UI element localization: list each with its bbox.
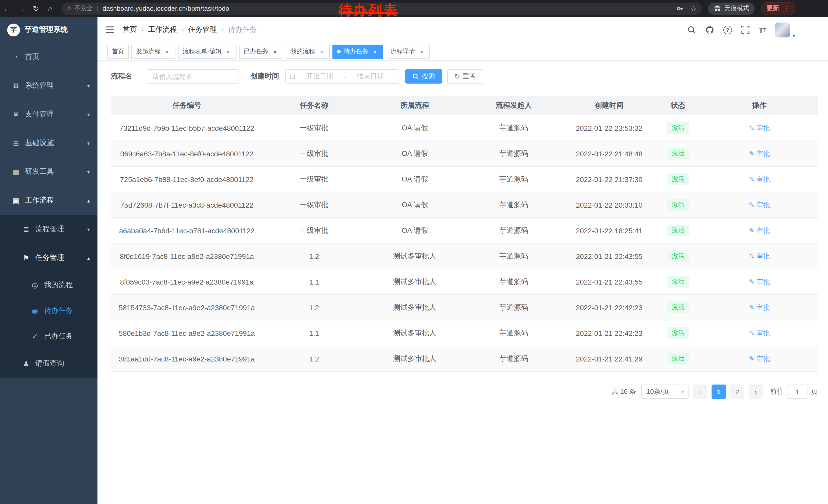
cell-starter: 芋道源码	[464, 243, 563, 269]
col-process: 所属流程	[365, 96, 464, 115]
prev-page-button[interactable]: ‹	[693, 384, 707, 399]
sidebar-item-infrastructure[interactable]: ⊞ 基础设施 ▾	[0, 129, 97, 157]
sidebar-item-devtools[interactable]: ▦ 研发工具 ▾	[0, 157, 97, 186]
menu-dots-icon[interactable]: ⋮	[783, 5, 790, 12]
goto-page-input[interactable]	[787, 384, 808, 399]
cell-task-id: 580e1b3d-7ac8-11ec-a9e2-a2380e71991a	[111, 320, 263, 346]
fullscreen-icon[interactable]	[736, 26, 754, 34]
tab-todo-tasks[interactable]: 待办任务 ×	[332, 44, 383, 59]
edit-icon: ✎	[749, 201, 755, 209]
update-button[interactable]: 更新 ⋮	[761, 2, 795, 15]
hamburger-icon[interactable]	[105, 26, 114, 34]
cell-actions: ✎审批	[701, 269, 818, 294]
reset-button[interactable]: ↻ 重置	[447, 69, 483, 84]
breadcrumb-separator: /	[181, 26, 184, 34]
close-tab-icon[interactable]: ×	[418, 48, 425, 55]
process-name-input[interactable]	[147, 69, 239, 84]
tab-home[interactable]: 首页	[107, 44, 129, 59]
approve-button[interactable]: ✎审批	[749, 200, 770, 210]
date-range-picker[interactable]: ⊟ 开始日期 - 结束日期	[285, 69, 399, 84]
github-icon[interactable]	[701, 26, 718, 34]
main-area: 首页 / 工作流程 / 任务管理 / 待办任务	[97, 17, 828, 504]
approve-button[interactable]: ✎审批	[749, 123, 770, 133]
cell-actions: ✎审批	[701, 115, 818, 141]
sidebar-item-label: 已办任务	[44, 332, 73, 341]
cell-actions: ✎审批	[701, 346, 818, 371]
cell-created: 2022-01-22 21:37:30	[563, 166, 655, 192]
help-icon[interactable]: ?	[718, 26, 736, 34]
back-icon[interactable]: ←	[0, 4, 14, 13]
sidebar-item-process-management[interactable]: ≣ 流程管理 ▾	[0, 215, 97, 243]
col-status: 状态	[655, 96, 701, 115]
reload-icon[interactable]: ↻	[29, 4, 43, 13]
close-tab-icon[interactable]: ×	[272, 48, 279, 55]
close-tab-icon[interactable]: ×	[225, 48, 232, 55]
breadcrumb-home[interactable]: 首页	[123, 25, 137, 34]
search-button[interactable]: 搜索	[405, 69, 442, 84]
cell-process: 测试多审批人	[365, 294, 464, 320]
chevron-down-icon: ▾	[87, 140, 90, 146]
avatar[interactable]	[775, 22, 790, 37]
edit-icon: ✎	[749, 304, 755, 311]
page-button-1[interactable]: 1	[711, 384, 726, 399]
cell-status: 激活	[655, 346, 701, 371]
table-header-row: 任务编号 任务名称 所属流程 流程发起人 创建时间 状态 操作	[111, 96, 818, 115]
sidebar-item-task-management[interactable]: ⚑ 任务管理 ▴	[0, 243, 97, 272]
flag-icon: ⚑	[20, 254, 32, 262]
search-icon[interactable]	[682, 26, 701, 34]
sidebar-item-done-tasks[interactable]: ✓ 已办任务	[0, 324, 97, 349]
workflow-icon: ▣	[10, 196, 22, 204]
sidebar-item-payment[interactable]: ¥ 支付管理 ▾	[0, 100, 97, 129]
close-tab-icon[interactable]: ×	[371, 48, 379, 55]
approve-button[interactable]: ✎审批	[749, 226, 770, 235]
table-row: 73211d9d-7b9b-11ec-b5b7-acde48001122 一级审…	[111, 115, 818, 141]
approve-button[interactable]: ✎审批	[749, 251, 770, 261]
person-icon: ♟	[20, 359, 32, 368]
tab-my-process[interactable]: 我的流程 ×	[286, 44, 330, 59]
cell-created: 2022-01-21 22:42:23	[563, 320, 655, 346]
approve-button[interactable]: ✎审批	[749, 149, 770, 158]
sidebar-item-system[interactable]: ⚙ 系统管理 ▾	[0, 71, 97, 100]
page-size-select[interactable]: 10条/页 ▾	[641, 384, 689, 399]
approve-button[interactable]: ✎审批	[749, 303, 770, 312]
cell-starter: 芋道源码	[464, 115, 563, 141]
bookmark-star-icon[interactable]: ☆	[690, 4, 697, 12]
chevron-down-icon: ▾	[87, 111, 90, 117]
refresh-icon: ↻	[455, 73, 460, 80]
caret-down-icon[interactable]: ▾	[793, 33, 795, 39]
update-label: 更新	[767, 4, 779, 13]
sidebar-item-workflow[interactable]: ▣ 工作流程 ▴	[0, 186, 97, 215]
table-row: 75d72608-7b7f-11ec-a3c8-acde48001122 一级审…	[111, 192, 818, 218]
forward-icon[interactable]: →	[14, 4, 29, 13]
home-icon[interactable]: ⌂	[43, 4, 57, 13]
breadcrumb-workflow[interactable]: 工作流程	[148, 25, 177, 34]
sidebar-item-todo-tasks[interactable]: ◉ 待办任务	[0, 298, 97, 324]
col-starter: 流程发起人	[464, 96, 563, 115]
next-page-button[interactable]: ›	[748, 384, 763, 399]
approve-button[interactable]: ✎审批	[749, 277, 770, 286]
close-tab-icon[interactable]: ×	[318, 48, 325, 55]
tab-done-tasks[interactable]: 已办任务 ×	[239, 44, 283, 59]
sidebar-item-my-process[interactable]: ◎ 我的流程	[0, 272, 97, 298]
close-tab-icon[interactable]: ×	[164, 48, 171, 55]
page-button-2[interactable]: 2	[730, 384, 744, 399]
tab-process-detail[interactable]: 流程详情 ×	[386, 44, 430, 59]
approve-button[interactable]: ✎审批	[749, 328, 770, 338]
edit-icon: ✎	[749, 150, 755, 157]
table-row: 58154733-7ac8-11ec-a9e2-a2380e71991a 1.2…	[111, 294, 818, 320]
sidebar-item-leave-query[interactable]: ♟ 请假查询	[0, 349, 97, 378]
font-size-icon[interactable]: TT	[754, 26, 771, 34]
viewport: ← → ↻ ⌂ ⚠ 不安全 dashboard.yudao.iocoder.cn…	[0, 0, 828, 504]
sidebar-item-home[interactable]: ◔ 首页	[0, 43, 97, 71]
password-key-icon[interactable]	[676, 5, 684, 12]
approve-button[interactable]: ✎审批	[749, 354, 770, 363]
cell-task-name: 1.1	[263, 269, 366, 294]
cell-status: 激活	[655, 294, 701, 320]
cell-created: 2022-01-21 22:42:23	[563, 294, 655, 320]
tab-start-process[interactable]: 发起流程 ×	[131, 44, 175, 59]
approve-button[interactable]: ✎审批	[749, 175, 770, 184]
tab-process-form-edit[interactable]: 流程表单-编辑 ×	[178, 44, 237, 59]
breadcrumb-task-management[interactable]: 任务管理	[188, 25, 217, 34]
gear-icon: ⚙	[10, 82, 22, 90]
cell-process: 测试多审批人	[365, 243, 464, 269]
